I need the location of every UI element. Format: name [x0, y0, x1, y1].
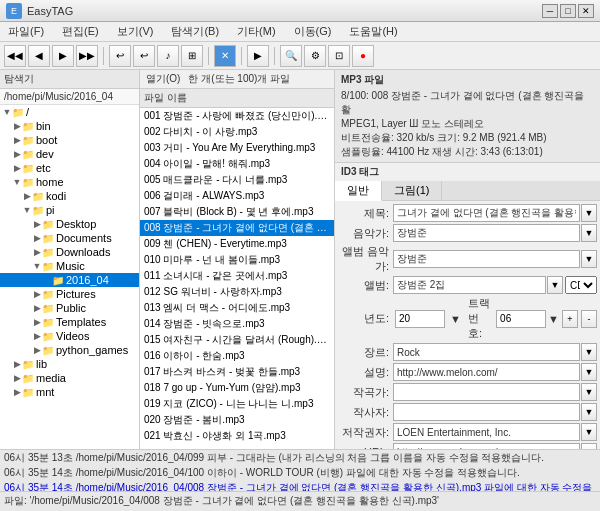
lyricist-label: 작사자:: [338, 405, 393, 420]
tree-item-2016[interactable]: 📁 2016_04: [0, 273, 139, 287]
tab-picture[interactable]: 그림(1): [382, 181, 442, 200]
tb-play[interactable]: ▶: [247, 45, 269, 67]
tb-next[interactable]: ▶: [52, 45, 74, 67]
open-label[interactable]: 열기(O): [146, 72, 180, 86]
tb-save[interactable]: ♪: [157, 45, 179, 67]
tb-settings[interactable]: ⚙: [304, 45, 326, 67]
artist-btn[interactable]: ▼: [581, 224, 597, 242]
tree-item-bin[interactable]: ▶ 📁 bin: [0, 119, 139, 133]
artist-input[interactable]: [393, 224, 580, 242]
comment-btn[interactable]: ▼: [581, 363, 597, 381]
tree-item-music[interactable]: ▼ 📁 Music: [0, 259, 139, 273]
album-btn[interactable]: ▼: [547, 276, 563, 294]
file-item[interactable]: 019 지코 (ZICO) - 니는 나니는 니.mp3: [140, 396, 334, 412]
file-item[interactable]: 021 박효신 - 야생화 외 1곡.mp3: [140, 428, 334, 444]
file-item[interactable]: 010 미마루 - 넌 내 봄이들.mp3: [140, 252, 334, 268]
tree-item-media[interactable]: ▶ 📁 media: [0, 371, 139, 385]
tree-item-public[interactable]: ▶ 📁 Public: [0, 301, 139, 315]
lyricist-btn[interactable]: ▼: [581, 403, 597, 421]
tree-area[interactable]: ▼ 📁 / ▶ 📁 bin ▶ 📁 boot ▶ 📁 dev ▶ 📁: [0, 105, 139, 449]
tree-item-lib[interactable]: ▶ 📁 lib: [0, 357, 139, 371]
genre-btn[interactable]: ▼: [581, 343, 597, 361]
menu-help[interactable]: 도움말(H): [345, 23, 401, 40]
tree-item-documents[interactable]: ▶ 📁 Documents: [0, 231, 139, 245]
url-btn[interactable]: ▼: [581, 443, 597, 449]
mp3-bitrate: 비트전송율: 320 kb/s 크기: 9.2 MB (921.4 MB): [341, 131, 594, 145]
file-item[interactable]: 015 여자친구 - 시간을 달려서 (Rough).mp3: [140, 332, 334, 348]
menu-view[interactable]: 보기(V): [113, 23, 158, 40]
copyright-input[interactable]: [393, 423, 580, 441]
file-item[interactable]: 004 아이일 - 말해! 해줘.mp3: [140, 156, 334, 172]
tree-item-kodi[interactable]: ▶ 📁 kodi: [0, 189, 139, 203]
file-item[interactable]: 016 이하이 - 한숨.mp3: [140, 348, 334, 364]
genre-input[interactable]: [393, 343, 580, 361]
file-item[interactable]: 001 장범준 - 사랑에 빠졌죠 (당신만이).mp3: [140, 108, 334, 124]
maximize-button[interactable]: □: [560, 4, 576, 18]
tree-item-pictures[interactable]: ▶ 📁 Pictures: [0, 287, 139, 301]
tb-search[interactable]: 🔍: [280, 45, 302, 67]
tb-delete[interactable]: ✕: [214, 45, 236, 67]
lyricist-input[interactable]: [393, 403, 580, 421]
menu-goto[interactable]: 이동(G): [290, 23, 336, 40]
tree-item-python[interactable]: ▶ 📁 python_games: [0, 343, 139, 357]
file-list[interactable]: 001 장범준 - 사랑에 빠졌죠 (당신만이).mp3 002 다비치 - 이…: [140, 108, 334, 449]
url-input[interactable]: [393, 443, 580, 449]
tb-prev-prev[interactable]: ◀◀: [4, 45, 26, 67]
tb-next-next[interactable]: ▶▶: [76, 45, 98, 67]
tree-item-dev[interactable]: ▶ 📁 dev: [0, 147, 139, 161]
menu-browser[interactable]: 탐색기(B): [167, 23, 223, 40]
file-item[interactable]: 003 거미 - You Are My Everything.mp3: [140, 140, 334, 156]
tb-save-all[interactable]: ⊞: [181, 45, 203, 67]
file-item[interactable]: 012 SG 워너비 - 사랑하자.mp3: [140, 284, 334, 300]
file-item[interactable]: 013 엠씨 더 맥스 - 어디에도.mp3: [140, 300, 334, 316]
file-item[interactable]: 009 첸 (CHEN) - Everytime.mp3: [140, 236, 334, 252]
tb-columns[interactable]: ⊡: [328, 45, 350, 67]
track-sub-btn[interactable]: -: [581, 310, 597, 328]
file-item[interactable]: 020 장범준 - 봄비.mp3: [140, 412, 334, 428]
menu-file[interactable]: 파일(F): [4, 23, 48, 40]
menu-misc[interactable]: 기타(M): [233, 23, 280, 40]
comment-input[interactable]: [393, 363, 580, 381]
composer-input[interactable]: [393, 383, 580, 401]
album-type-select[interactable]: CD: [565, 276, 597, 294]
folder-icon: 📁: [52, 275, 64, 286]
minimize-button[interactable]: ─: [542, 4, 558, 18]
title-input[interactable]: [393, 204, 580, 222]
tb-undo-all[interactable]: ↩: [133, 45, 155, 67]
tree-item-pi[interactable]: ▼ 📁 pi: [0, 203, 139, 217]
tb-record[interactable]: ●: [352, 45, 374, 67]
track-input[interactable]: [496, 310, 546, 328]
url-label: URL:: [338, 446, 393, 449]
album-artist-btn[interactable]: ▼: [581, 250, 597, 268]
tb-prev[interactable]: ◀: [28, 45, 50, 67]
file-item[interactable]: 005 매드클라운 - 다시 너를.mp3: [140, 172, 334, 188]
close-button[interactable]: ✕: [578, 4, 594, 18]
tree-item-boot[interactable]: ▶ 📁 boot: [0, 133, 139, 147]
file-item[interactable]: 006 걸미래 - ALWAYS.mp3: [140, 188, 334, 204]
year-input[interactable]: [395, 310, 445, 328]
file-item[interactable]: 008 장범준 - 그녀가 곁에 없다면 (결혼 행진곡을 활용한 인스...: [140, 220, 334, 236]
tree-item-downloads[interactable]: ▶ 📁 Downloads: [0, 245, 139, 259]
file-item[interactable]: 002 다비치 - 이 사랑.mp3: [140, 124, 334, 140]
tree-item-desktop[interactable]: ▶ 📁 Desktop: [0, 217, 139, 231]
file-item[interactable]: 007 블락비 (Block B) - 몇 년 후에.mp3: [140, 204, 334, 220]
album-artist-input[interactable]: [393, 250, 580, 268]
title-btn[interactable]: ▼: [581, 204, 597, 222]
tree-item-templates[interactable]: ▶ 📁 Templates: [0, 315, 139, 329]
file-item[interactable]: 017 바스켜 바스켜 - 벚꽃 한들.mp3: [140, 364, 334, 380]
file-item[interactable]: 014 장범준 - 빗속으로.mp3: [140, 316, 334, 332]
composer-btn[interactable]: ▼: [581, 383, 597, 401]
tb-undo[interactable]: ↩: [109, 45, 131, 67]
menu-edit[interactable]: 편집(E): [58, 23, 103, 40]
file-item[interactable]: 018 7 go up - Yum-Yum (얌얌).mp3: [140, 380, 334, 396]
track-add-btn[interactable]: +: [562, 310, 578, 328]
album-input[interactable]: [393, 276, 546, 294]
tree-item-videos[interactable]: ▶ 📁 Videos: [0, 329, 139, 343]
copyright-btn[interactable]: ▼: [581, 423, 597, 441]
file-item[interactable]: 011 소녀시대 - 같은 곳에서.mp3: [140, 268, 334, 284]
tree-item-etc[interactable]: ▶ 📁 etc: [0, 161, 139, 175]
tree-item-root[interactable]: ▼ 📁 /: [0, 105, 139, 119]
tree-item-mnt[interactable]: ▶ 📁 mnt: [0, 385, 139, 399]
tab-general[interactable]: 일반: [335, 181, 382, 201]
tree-item-home[interactable]: ▼ 📁 home: [0, 175, 139, 189]
